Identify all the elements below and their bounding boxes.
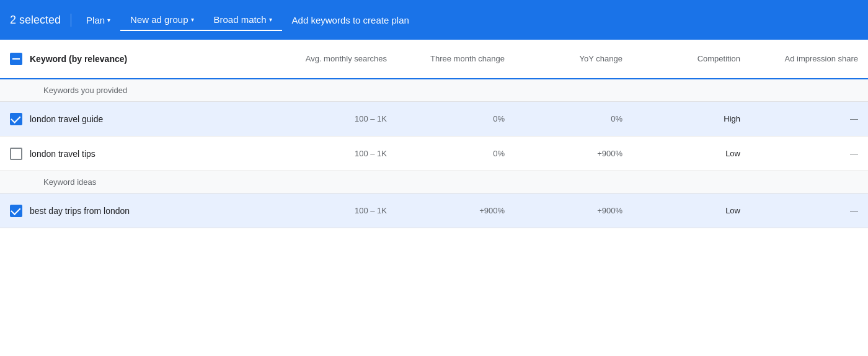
checkbox-checked-icon <box>10 113 22 125</box>
table-body: Keywords you providedlondon travel guide… <box>0 79 868 228</box>
table-row: best day trips from london100 – 1K+900%+… <box>0 194 868 228</box>
plan-button[interactable]: Plan ▾ <box>76 10 120 30</box>
keyword-text: best day trips from london <box>30 206 130 216</box>
plan-chevron-icon: ▾ <box>107 17 110 24</box>
checkbox-checked-icon <box>10 205 22 217</box>
competition-column-header: Competition <box>632 47 750 72</box>
table-row: london travel tips100 – 1K0%+900%Low— <box>0 136 868 171</box>
row-checkbox[interactable] <box>10 113 22 125</box>
avg-monthly-cell: 100 – 1K <box>279 198 397 223</box>
new-ad-group-button[interactable]: New ad group ▾ <box>120 9 203 31</box>
competition-cell: Low <box>632 141 750 166</box>
yoy-column-header: YoY change <box>515 47 632 72</box>
new-ad-group-label: New ad group <box>130 14 188 25</box>
competition-cell: High <box>632 107 750 131</box>
avg-monthly-cell: 100 – 1K <box>279 141 397 166</box>
top-bar: 2 selected Plan ▾ New ad group ▾ Broad m… <box>0 0 868 40</box>
checkbox-minus-icon <box>10 53 22 65</box>
avg-monthly-cell: 100 – 1K <box>279 107 397 131</box>
plan-label: Plan <box>86 15 105 25</box>
keyword-text: london travel tips <box>30 149 95 159</box>
keyword-column-header: Keyword (by relevance) <box>0 45 279 73</box>
select-all-checkbox[interactable] <box>10 53 22 65</box>
keyword-table: Keyword (by relevance) Avg. monthly sear… <box>0 40 868 228</box>
three-month-cell: 0% <box>397 141 515 166</box>
competition-cell: Low <box>632 198 750 223</box>
keyword-cell: best day trips from london <box>0 197 279 225</box>
yoy-cell: 0% <box>515 107 632 131</box>
table-row: london travel guide100 – 1K0%0%High— <box>0 102 868 136</box>
section-label-1: Keyword ideas <box>0 171 868 194</box>
add-keywords-button[interactable]: Add keywords to create plan <box>282 10 419 30</box>
keyword-text: london travel guide <box>30 114 103 124</box>
broad-match-button[interactable]: Broad match ▾ <box>204 9 282 31</box>
yoy-cell: +900% <box>515 141 632 166</box>
ad-impression-cell: — <box>750 198 868 223</box>
ad-impression-column-header: Ad impression share <box>750 47 868 72</box>
avg-monthly-column-header: Avg. monthly searches <box>279 47 397 72</box>
keyword-cell: london travel tips <box>0 140 279 167</box>
checkbox-unchecked-icon <box>10 148 22 160</box>
yoy-cell: +900% <box>515 198 632 223</box>
row-checkbox[interactable] <box>10 205 22 217</box>
three-month-cell: +900% <box>397 198 515 223</box>
ad-impression-cell: — <box>750 107 868 131</box>
add-keywords-label: Add keywords to create plan <box>292 15 409 25</box>
keyword-cell: london travel guide <box>0 105 279 133</box>
three-month-cell: 0% <box>397 107 515 131</box>
ad-impression-cell: — <box>750 141 868 166</box>
new-ad-group-chevron-icon: ▾ <box>191 16 194 23</box>
section-label-0: Keywords you provided <box>0 79 868 102</box>
row-checkbox[interactable] <box>10 148 22 160</box>
selected-count: 2 selected <box>10 14 71 27</box>
broad-match-label: Broad match <box>214 14 267 25</box>
broad-match-chevron-icon: ▾ <box>269 16 272 23</box>
three-month-column-header: Three month change <box>397 47 515 72</box>
table-header: Keyword (by relevance) Avg. monthly sear… <box>0 40 868 79</box>
